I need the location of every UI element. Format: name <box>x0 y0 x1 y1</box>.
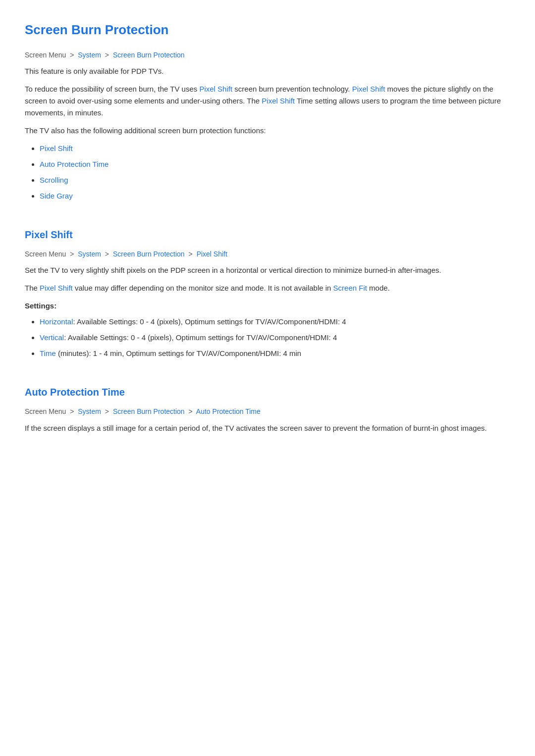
auto-protection-section: Auto Protection Time Screen Menu > Syste… <box>25 379 510 434</box>
breadcrumb-screen-burn-link[interactable]: Screen Burn Protection <box>113 51 185 59</box>
settings-list: Horizontal: Available Settings: 0 - 4 (p… <box>40 316 510 359</box>
vertical-link[interactable]: Vertical <box>40 333 64 342</box>
ap-sep1: > <box>70 407 74 415</box>
pixel-shift-heading: Pixel Shift <box>25 227 510 243</box>
ap-breadcrumb-screen-menu: Screen Menu <box>25 407 66 415</box>
ps-p2-before: The <box>25 284 40 292</box>
settings-item-vertical: Vertical: Available Settings: 0 - 4 (pix… <box>40 332 510 344</box>
ps-sep1: > <box>70 250 74 258</box>
auto-protection-link[interactable]: Auto Protection Time <box>40 160 108 168</box>
list-item-side-gray: Side Gray <box>40 190 510 202</box>
list-item-auto-protection: Auto Protection Time <box>40 158 510 170</box>
page-title: Screen Burn Protection <box>25 20 510 41</box>
ap-screen-burn-link[interactable]: Screen Burn Protection <box>113 407 185 415</box>
list-item-scrolling: Scrolling <box>40 174 510 186</box>
side-gray-link[interactable]: Side Gray <box>40 192 73 200</box>
breadcrumb-sep1: > <box>70 51 74 59</box>
ps-p2-end: mode. <box>367 284 390 292</box>
intro-p3: The TV also has the following additional… <box>25 125 510 137</box>
ps-system-link[interactable]: System <box>78 250 101 258</box>
horizontal-text: : Available Settings: 0 - 4 (pixels), Op… <box>73 317 346 326</box>
intro-p2-pixel-shift-link3[interactable]: Pixel Shift <box>262 97 295 105</box>
intro-p2-pixel-shift-link1[interactable]: Pixel Shift <box>199 85 232 93</box>
pixel-shift-p1: Set the TV to very slightly shift pixels… <box>25 264 510 276</box>
breadcrumb-sep2: > <box>105 51 109 59</box>
list-item-pixel-shift: Pixel Shift <box>40 143 510 154</box>
pixel-shift-section: Pixel Shift Screen Menu > System > Scree… <box>25 222 510 359</box>
ap-sep3: > <box>189 407 193 415</box>
time-text: (minutes): 1 - 4 min, Optimum settings f… <box>56 349 301 357</box>
ps-sep2: > <box>105 250 109 258</box>
vertical-text: : Available Settings: 0 - 4 (pixels), Op… <box>64 333 337 342</box>
settings-label: Settings: <box>25 300 510 312</box>
auto-protection-heading: Auto Protection Time <box>25 384 510 400</box>
ap-auto-protection-link[interactable]: Auto Protection Time <box>196 407 261 415</box>
auto-protection-p1: If the screen displays a still image for… <box>25 422 510 434</box>
scrolling-link[interactable]: Scrolling <box>40 176 68 184</box>
ap-system-link[interactable]: System <box>78 407 101 415</box>
pixel-shift-link[interactable]: Pixel Shift <box>40 144 73 152</box>
ps-pixel-shift-link[interactable]: Pixel Shift <box>197 250 227 258</box>
ps-breadcrumb-screen-menu: Screen Menu <box>25 250 66 258</box>
ps-screen-burn-link[interactable]: Screen Burn Protection <box>113 250 185 258</box>
pixel-shift-p2: The Pixel Shift value may differ dependi… <box>25 282 510 294</box>
ps-p2-middle: value may differ depending on the monito… <box>73 284 333 292</box>
intro-breadcrumb: Screen Menu > System > Screen Burn Prote… <box>25 50 510 60</box>
ps-sep3: > <box>189 250 193 258</box>
auto-protection-breadcrumb: Screen Menu > System > Screen Burn Prote… <box>25 406 510 417</box>
intro-p2-pixel-shift-link2[interactable]: Pixel Shift <box>352 85 385 93</box>
intro-p2-before1: To reduce the possibility of screen burn… <box>25 85 199 93</box>
feature-list: Pixel Shift Auto Protection Time Scrolli… <box>40 143 510 202</box>
intro-p1: This feature is only available for PDP T… <box>25 65 510 77</box>
ps-p2-screen-fit-link[interactable]: Screen Fit <box>333 284 367 292</box>
pixel-shift-breadcrumb: Screen Menu > System > Screen Burn Prote… <box>25 249 510 259</box>
intro-p2-after1: screen burn prevention technology. <box>232 85 352 93</box>
breadcrumb-system-link[interactable]: System <box>78 51 101 59</box>
horizontal-link[interactable]: Horizontal <box>40 317 73 326</box>
settings-item-horizontal: Horizontal: Available Settings: 0 - 4 (p… <box>40 316 510 328</box>
time-link[interactable]: Time <box>40 349 56 357</box>
ps-p2-pixel-shift-link[interactable]: Pixel Shift <box>40 284 73 292</box>
ap-sep2: > <box>105 407 109 415</box>
settings-item-time: Time (minutes): 1 - 4 min, Optimum setti… <box>40 348 510 359</box>
intro-p2: To reduce the possibility of screen burn… <box>25 83 510 119</box>
breadcrumb-screen-menu: Screen Menu <box>25 51 66 59</box>
